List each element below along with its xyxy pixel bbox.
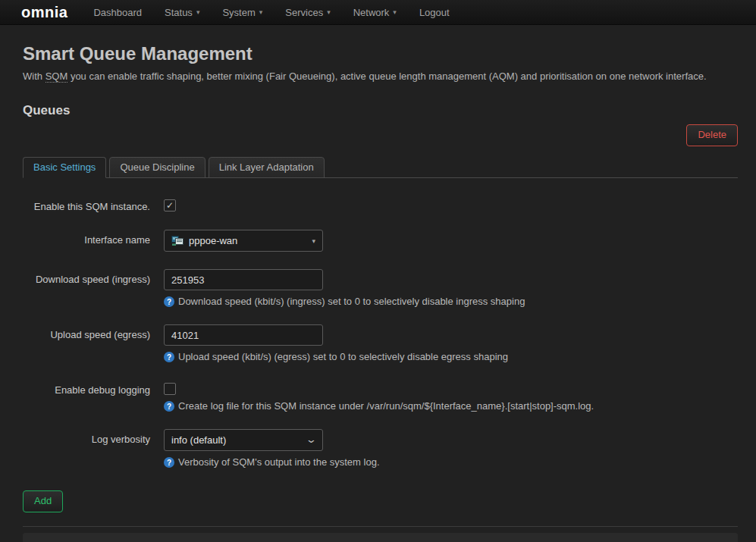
nav-item-label: System [222, 7, 255, 18]
chevron-down-icon: ⌄ [306, 437, 317, 443]
field-debug-logging: Enable debug logging ? Create log file f… [23, 380, 738, 412]
tab-basic-settings[interactable]: Basic Settings [23, 157, 106, 178]
brand-logo[interactable]: omnia [21, 4, 67, 21]
help-icon: ? [164, 457, 174, 468]
delete-button[interactable]: Delete [686, 124, 738, 146]
help-icon: ? [164, 401, 174, 412]
enable-sqm-checkbox[interactable]: ✓ [164, 199, 176, 211]
caret-down-icon: ▾ [196, 9, 200, 16]
tab-bar: Basic Settings Queue Discipline Link Lay… [23, 157, 738, 178]
field-label: Enable debug logging [23, 380, 164, 412]
nav-item-status[interactable]: Status ▾ [165, 7, 199, 18]
log-verbosity-value: info (default) [171, 434, 226, 446]
nav-item-label: Services [285, 7, 323, 18]
description-text: you can enable traffic shaping, better m… [71, 70, 707, 82]
sqm-abbr: SQM [45, 70, 68, 83]
help-text: Create log file for this SQM instance un… [178, 400, 594, 412]
field-download-speed: Download speed (ingress) ? Download spee… [23, 269, 738, 307]
help-text: Download speed (kbit/s) (ingress) set to… [178, 296, 525, 307]
add-button[interactable]: Add [23, 490, 63, 512]
caret-down-icon: ▾ [312, 237, 315, 245]
help-line: ? Upload speed (kbit/s) (egress) set to … [164, 351, 738, 362]
sqm-settings-form: Enable this SQM instance. ✓ Interface na… [23, 196, 738, 468]
main-content: Smart Queue Management With SQM you can … [0, 43, 756, 542]
tab-queue-discipline[interactable]: Queue Discipline [109, 157, 205, 178]
field-label: Log verbosity [23, 429, 164, 468]
footer-divider [23, 526, 738, 527]
field-enable-sqm: Enable this SQM instance. ✓ [23, 196, 738, 212]
caret-down-icon: ▾ [259, 9, 263, 16]
check-icon: ✓ [166, 200, 174, 211]
add-row: Add [23, 490, 738, 512]
field-label: Download speed (ingress) [23, 269, 164, 307]
nav-item-services[interactable]: Services ▾ [285, 7, 330, 18]
help-text: Verbosity of SQM's output into the syste… [178, 456, 380, 468]
nav-item-logout[interactable]: Logout [419, 7, 450, 18]
nav-item-label: Network [353, 7, 390, 18]
section-title-queues: Queues [23, 103, 738, 118]
field-label: Upload speed (egress) [23, 324, 164, 362]
interface-name-value: pppoe-wan [189, 235, 237, 246]
nav-item-network[interactable]: Network ▾ [353, 7, 397, 18]
help-icon: ? [164, 296, 174, 307]
nav-item-label: Dashboard [93, 7, 142, 18]
field-label: Interface name [23, 230, 164, 252]
nav-item-label: Logout [419, 7, 450, 18]
nav-item-dashboard[interactable]: Dashboard [93, 7, 142, 18]
interface-name-dropdown[interactable]: pppoe-wan ▾ [164, 230, 323, 252]
caret-down-icon: ▾ [393, 9, 397, 16]
top-navbar: omnia Dashboard Status ▾ System ▾ Servic… [0, 0, 756, 25]
description-text: With [23, 70, 42, 82]
field-interface-name: Interface name pppoe-wan ▾ [23, 230, 738, 252]
debug-logging-checkbox[interactable] [164, 383, 176, 395]
nav-menu: Dashboard Status ▾ System ▾ Services ▾ N… [93, 7, 449, 18]
delete-row: Delete [23, 124, 738, 146]
nav-item-label: Status [165, 7, 193, 18]
help-line: ? Verbosity of SQM's output into the sys… [164, 456, 738, 468]
ethernet-interface-icon [171, 235, 184, 246]
log-verbosity-select[interactable]: info (default) ⌄ [164, 429, 323, 451]
help-line: ? Download speed (kbit/s) (ingress) set … [164, 296, 738, 307]
page-description: With SQM you can enable traffic shaping,… [23, 70, 738, 83]
field-label: Enable this SQM instance. [23, 196, 164, 212]
upload-speed-input[interactable] [164, 324, 323, 346]
nav-item-system[interactable]: System ▾ [222, 7, 262, 18]
help-icon: ? [164, 352, 174, 362]
field-log-verbosity: Log verbosity info (default) ⌄ ? Verbosi… [23, 429, 738, 468]
page-title: Smart Queue Management [23, 43, 738, 64]
field-upload-speed: Upload speed (egress) ? Upload speed (kb… [23, 324, 738, 362]
action-bar: Save & Apply ▾ Save Reset [23, 533, 738, 542]
download-speed-input[interactable] [164, 269, 323, 290]
caret-down-icon: ▾ [327, 9, 331, 16]
help-line: ? Create log file for this SQM instance … [164, 400, 738, 412]
help-text: Upload speed (kbit/s) (egress) set to 0 … [178, 351, 508, 362]
tab-link-layer-adaptation[interactable]: Link Layer Adaptation [209, 157, 325, 178]
